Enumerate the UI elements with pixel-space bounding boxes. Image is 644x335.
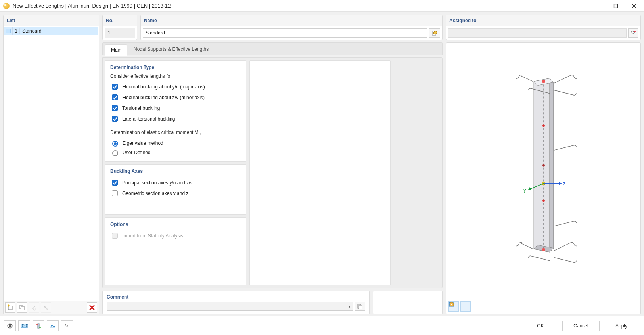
svg-point-30 [9,325,11,327]
buckling-axes-group: Buckling Axes Principal section axes y/u… [105,164,246,215]
maximize-button[interactable] [607,0,625,11]
check-import-stability: Import from Stability Analysis [110,230,241,241]
name-label: Name [141,15,442,26]
svg-text:y: y [523,188,526,193]
svg-rect-1 [614,4,618,8]
svg-text:fx: fx [65,323,69,329]
blank-column [249,60,391,285]
edit-name-button[interactable] [429,28,440,38]
check-geometric-axes[interactable]: Geometric section axes y and z [110,188,241,199]
radio-eigenvalue[interactable]: Eigenvalue method [110,138,241,148]
svg-rect-33 [38,324,39,328]
mcr-label: Determination of elastic critical moment… [110,130,241,136]
svg-text:0,00: 0,00 [22,323,28,329]
beam-preview-icon: z y [446,43,640,278]
assigned-label: Assigned to [446,15,640,26]
options-group: Options Import from Stability Analysis [105,217,246,285]
function-button[interactable]: fx [61,320,73,331]
check-flexural-yu[interactable]: Flexural buckling about y/u (major axis) [110,81,241,92]
tab-body-main: Determination Type Consider effective le… [102,57,443,288]
window-title: New Effective Lengths | Aluminum Design … [13,3,588,9]
minimize-button[interactable] [588,0,607,11]
svg-point-18 [542,248,545,251]
svg-rect-36 [50,327,55,328]
list-item-name: Standard [20,28,44,34]
no-box: No. 1 [102,15,137,40]
uncheck-all-button [41,302,51,313]
no-value: 1 [105,28,135,38]
preview-panel[interactable]: z y [446,42,641,314]
new-button[interactable] [5,302,15,313]
list-header: List [4,15,99,26]
name-box: Name [140,15,443,40]
consider-label: Consider effective lengths for [110,73,241,79]
apply-button[interactable]: Apply [603,321,640,331]
check-principal-axes[interactable]: Principal section axes y/u and z/v [110,177,241,188]
buckling-axes-title: Buckling Axes [110,168,241,174]
svg-point-17 [542,80,545,83]
svg-point-14 [542,124,545,127]
ok-button[interactable]: OK [522,321,559,331]
determination-type-title: Determination Type [110,65,241,70]
list-item-no: 1 [13,28,20,34]
cancel-button[interactable]: Cancel [562,321,600,331]
radio-user-defined[interactable]: User-Defined [110,148,241,157]
svg-point-15 [542,164,545,167]
no-label: No. [103,15,137,26]
tab-nodal-supports[interactable]: Nodal Supports & Effective Lengths [128,44,214,55]
list-panel: List 1 Standard [3,15,99,314]
app-icon [3,3,10,9]
svg-point-16 [542,199,545,202]
check-all-button [29,302,39,313]
svg-rect-6 [21,306,24,310]
comment-edit-button[interactable] [355,302,365,311]
view-settings-button[interactable] [460,301,471,312]
determination-type-group: Determination Type Consider effective le… [105,60,246,162]
svg-text:z: z [563,181,565,186]
close-button[interactable] [625,0,643,11]
copy-button[interactable] [17,302,27,313]
list-body[interactable]: 1 Standard [4,26,99,301]
list-item[interactable]: 1 Standard [4,27,98,35]
spare-panel [373,291,443,314]
chevron-down-icon: ▾ [348,304,351,309]
name-input[interactable] [143,28,427,38]
tab-main[interactable]: Main [105,44,127,56]
assigned-pick-button[interactable] [628,28,638,38]
assigned-field[interactable] [448,28,627,38]
options-title: Options [110,222,241,227]
check-lateral-torsional[interactable]: Lateral-torsional buckling [110,113,241,124]
tabs: Main Nodal Supports & Effective Lengths [102,42,443,55]
list-toolbar [4,301,99,314]
check-flexural-zv[interactable]: Flexural buckling about z/v (minor axis) [110,92,241,103]
svg-point-27 [451,304,452,305]
title-bar: New Effective Lengths | Aluminum Design … [0,0,644,12]
member-button[interactable] [33,320,44,331]
comment-combo[interactable]: ▾ [107,302,353,311]
comment-box: Comment ▾ [102,291,370,314]
svg-rect-11 [359,305,362,309]
render-button[interactable] [47,320,59,331]
svg-point-12 [634,31,636,32]
comment-label: Comment [107,294,365,300]
assigned-panel: Assigned to [446,15,641,40]
units-button[interactable]: 0,00 [18,320,30,331]
list-item-swatch [4,27,13,35]
footer: 0,00 fx OK Cancel Apply [0,316,644,335]
help-button[interactable] [4,320,16,331]
check-torsional[interactable]: Torsional buckling [110,103,241,113]
delete-button[interactable] [87,302,97,313]
preview-toolbar [448,301,471,312]
